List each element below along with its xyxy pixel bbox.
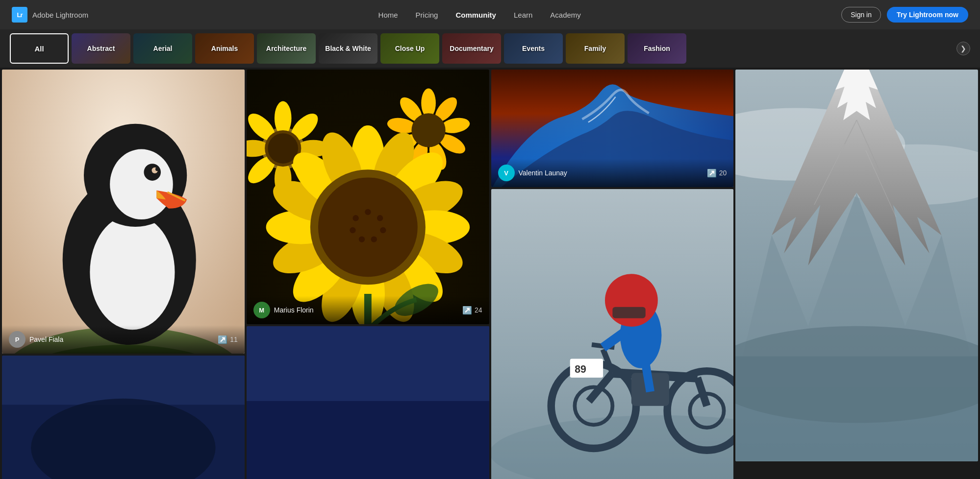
mountain-image (735, 70, 978, 461)
category-architecture[interactable]: Architecture (257, 33, 316, 64)
bottom-left-image (2, 356, 245, 479)
nav-community[interactable]: Community (455, 11, 496, 19)
try-button[interactable]: Try Lightroom now (887, 7, 968, 23)
svg-point-9 (155, 168, 159, 171)
col2-bottom-image (247, 326, 489, 479)
photo-card-puffin[interactable]: P Pavel Fiala ↗️ 11 (2, 70, 245, 354)
nav-pricing[interactable]: Pricing (416, 11, 438, 19)
logo-text: Adobe Lightroom (32, 11, 88, 19)
chevron-right-icon: ❯ (960, 45, 966, 52)
svg-point-4 (90, 215, 175, 330)
svg-point-6 (110, 149, 173, 219)
svg-point-60 (350, 227, 355, 233)
category-family[interactable]: Family (566, 33, 625, 64)
svg-rect-79 (612, 307, 645, 318)
category-abstract[interactable]: Abstract (72, 33, 130, 64)
category-bw-label: Black & White (325, 45, 371, 52)
lightroom-logo-icon: Lr (12, 7, 27, 23)
sunflowers-image (247, 70, 489, 324)
photo-gallery: P Pavel Fiala ↗️ 11 (0, 68, 980, 479)
svg-line-81 (645, 363, 650, 392)
gallery-col-1: P Pavel Fiala ↗️ 11 (2, 70, 245, 479)
category-fashion-label: Fashion (644, 45, 670, 52)
svg-point-56 (377, 215, 383, 221)
svg-point-57 (380, 227, 386, 233)
category-bar: All Abstract Aerial Animals Architecture… (0, 29, 980, 68)
category-all[interactable]: All (10, 33, 69, 64)
svg-point-25 (268, 133, 298, 164)
likes-count-sunflowers: 24 (475, 306, 482, 314)
photo-card-mountain[interactable] (735, 70, 978, 461)
motocross-image: 89 (491, 189, 734, 479)
svg-point-16 (275, 101, 292, 135)
gallery-col-2: M Marius Florin ↗️ 24 (247, 70, 489, 479)
category-architecture-label: Architecture (266, 45, 306, 52)
photo-likes-wave: ↗️ 20 (707, 168, 727, 178)
category-aerial[interactable]: Aerial (133, 33, 192, 64)
author-name-mflorin: Marius Florin (274, 306, 314, 314)
remix-icon-sunflowers: ↗️ (462, 306, 472, 315)
remix-icon-puffin: ↗️ (218, 335, 227, 344)
logo[interactable]: Lr Adobe Lightroom (12, 7, 88, 23)
puffin-image (2, 70, 245, 354)
likes-count-wave: 20 (719, 169, 727, 177)
photo-likes-puffin: ↗️ 11 (218, 335, 238, 344)
svg-point-59 (359, 236, 365, 242)
author-avatar-mflorin: M (253, 302, 270, 318)
remix-icon-wave: ↗️ (707, 168, 717, 178)
svg-point-78 (604, 274, 657, 327)
main-nav: Home Pricing Community Learn Academy (118, 11, 841, 19)
category-scroll: All Abstract Aerial Animals Architecture… (10, 33, 954, 64)
gallery-col-4 (735, 70, 978, 479)
photo-overlay-sunflowers: M Marius Florin ↗️ 24 (247, 296, 489, 324)
category-fashion[interactable]: Fashion (628, 33, 686, 64)
category-abstract-label: Abstract (87, 45, 115, 52)
svg-point-26 (421, 89, 436, 118)
photo-card-wave[interactable]: V Valentin Launay ↗️ 20 (491, 70, 734, 187)
category-aerial-label: Aerial (153, 45, 173, 52)
author-name-vlaunay: Valentin Launay (519, 169, 567, 177)
category-closeup-label: Close Up (395, 45, 425, 52)
photo-card-col2-bottom[interactable] (247, 326, 489, 479)
photo-overlay-puffin: P Pavel Fiala ↗️ 11 (2, 325, 245, 354)
svg-text:89: 89 (575, 363, 586, 375)
photo-card-motocross[interactable]: 89 (491, 189, 734, 479)
svg-point-92 (735, 326, 978, 423)
category-family-label: Family (584, 45, 606, 52)
photo-card-sunflowers[interactable]: M Marius Florin ↗️ 24 (247, 70, 489, 324)
photo-card-bottom-left[interactable] (2, 356, 245, 479)
photo-overlay-wave: V Valentin Launay ↗️ 20 (491, 159, 734, 187)
nav-learn[interactable]: Learn (514, 11, 532, 19)
nav-home[interactable]: Home (378, 11, 398, 19)
category-bw[interactable]: Black & White (319, 33, 377, 64)
header: Lr Adobe Lightroom Home Pricing Communit… (0, 0, 980, 29)
header-actions: Sign in Try Lightroom now (841, 7, 968, 23)
category-events[interactable]: Events (504, 33, 563, 64)
svg-point-35 (411, 113, 445, 147)
category-documentary-label: Documentary (450, 45, 493, 52)
photo-likes-sunflowers: ↗️ 24 (462, 306, 482, 315)
photo-author-puffin: P Pavel Fiala (9, 331, 63, 348)
category-animals[interactable]: Animals (195, 33, 254, 64)
category-animals-label: Animals (211, 45, 238, 52)
author-name-pfiala: Pavel Fiala (29, 335, 63, 343)
svg-rect-63 (247, 401, 489, 479)
photo-author-sunflowers: M Marius Florin (253, 302, 314, 318)
author-avatar-pfiala: P (9, 331, 25, 348)
nav-academy[interactable]: Academy (550, 11, 581, 19)
scroll-right-button[interactable]: ❯ (956, 42, 970, 55)
svg-point-55 (365, 209, 371, 215)
author-avatar-vlaunay: V (498, 165, 515, 181)
likes-count-puffin: 11 (230, 335, 238, 343)
signin-button[interactable]: Sign in (841, 7, 881, 23)
svg-point-58 (371, 236, 377, 242)
category-documentary[interactable]: Documentary (442, 33, 501, 64)
gallery-col-3: V Valentin Launay ↗️ 20 (491, 70, 734, 479)
category-all-label: All (34, 45, 44, 53)
svg-point-53 (318, 177, 418, 277)
svg-point-54 (352, 215, 358, 221)
category-events-label: Events (522, 45, 545, 52)
photo-author-wave: V Valentin Launay (498, 165, 567, 181)
category-closeup[interactable]: Close Up (380, 33, 439, 64)
